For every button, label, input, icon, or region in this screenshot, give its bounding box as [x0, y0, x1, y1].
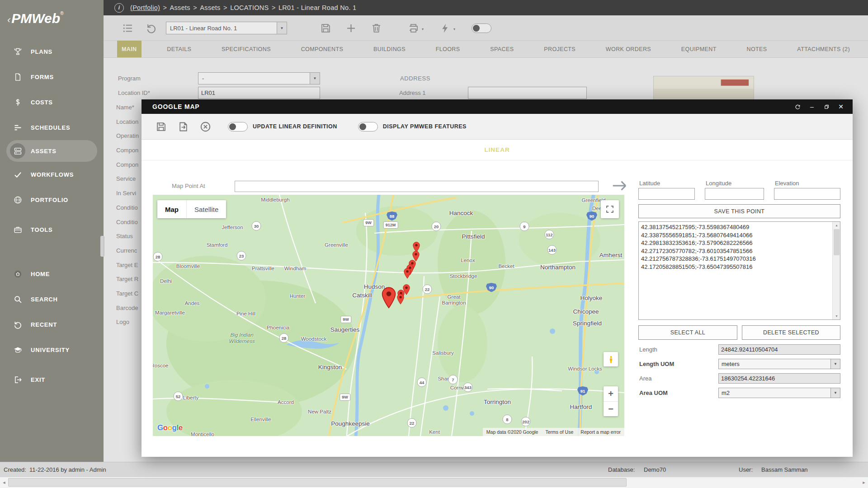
area-uom-select[interactable]: m2 ▼	[718, 388, 840, 398]
map-type-satellite-button[interactable]: Satellite	[186, 200, 226, 218]
google-logo-letter: e	[179, 423, 183, 432]
zoom-in-button[interactable]: +	[604, 386, 618, 401]
map-town-label: Saugerties	[330, 326, 360, 333]
map-marker-pin[interactable]	[397, 294, 404, 305]
minimize-icon[interactable]: –	[807, 102, 816, 111]
forms-icon	[10, 69, 25, 84]
sidebar-item-label: RECENT	[31, 321, 57, 328]
report-map-error-link[interactable]: Report a map error	[580, 429, 621, 435]
refresh-icon[interactable]	[793, 102, 802, 111]
recent-icon	[10, 317, 25, 332]
map-marker-pin[interactable]	[404, 268, 411, 279]
sidebar-item-label: COSTS	[31, 99, 53, 106]
go-arrow-icon[interactable]	[611, 179, 629, 192]
maximize-icon[interactable]	[822, 102, 831, 111]
sidebar-item-workflows[interactable]: WORKFLOWS	[0, 162, 104, 187]
chevron-down-icon[interactable]: ▼	[830, 359, 840, 369]
dialog-title: GOOGLE MAP	[152, 103, 793, 110]
scrollbar-thumb[interactable]	[834, 229, 840, 255]
export-icon[interactable]	[177, 121, 189, 133]
route-shield: 52	[174, 392, 183, 401]
map-town-label: Amherst	[599, 252, 622, 258]
map-town-label: Woodstock	[301, 336, 327, 342]
dialog-titlebar[interactable]: GOOGLE MAP – ✕	[142, 99, 853, 114]
user-value: Bassam Samman	[761, 462, 808, 477]
scroll-right-icon[interactable]: ►	[860, 477, 868, 488]
map-town-label: Monticello	[191, 432, 214, 436]
elevation-input[interactable]	[774, 188, 840, 200]
terms-of-use-link[interactable]: Terms of Use	[545, 429, 573, 435]
scroll-down-icon[interactable]: ▼	[833, 313, 840, 319]
horizontal-scrollbar[interactable]: ◄ ►	[0, 477, 868, 488]
sidebar-item-forms[interactable]: FORMS	[0, 64, 104, 89]
exit-icon	[10, 372, 25, 387]
map-type-map-button[interactable]: Map	[157, 200, 186, 218]
chevron-down-icon[interactable]: ▼	[830, 388, 840, 398]
length-uom-select[interactable]: meters ▼	[718, 359, 840, 369]
sidebar-item-assets[interactable]: ASSETS	[6, 140, 97, 162]
sidebar-item-costs[interactable]: COSTS	[0, 89, 104, 115]
latitude-input[interactable]	[638, 188, 695, 200]
sidebar-item-plans[interactable]: PLANS	[0, 39, 104, 64]
university-icon	[10, 342, 25, 357]
select-all-button[interactable]: SELECT ALL	[638, 325, 737, 340]
sidebar-item-search[interactable]: SEARCH	[0, 286, 104, 312]
update-linear-definition-toggle[interactable]	[228, 122, 248, 131]
coordinate-item[interactable]: 42.212756787328836;-73.61751497070316	[641, 255, 832, 263]
fullscreen-icon[interactable]	[601, 200, 619, 218]
map-town-label: Ellenville	[250, 417, 271, 422]
map-town-label: Great Barrington	[437, 294, 471, 306]
map-town-label: Poughkeepsie	[331, 420, 370, 427]
application-window: ‹PMWeb® PLANSFORMSCOSTSSCHEDULESASSETSWO…	[0, 0, 868, 488]
zoom-out-button[interactable]: −	[604, 401, 618, 416]
coordinates-list-box[interactable]: 42.38137545217595;-73.559836748046942.33…	[638, 221, 840, 320]
coordinate-item[interactable]: 42.33875556591851;-73.56807649414066	[641, 231, 832, 239]
scroll-up-icon[interactable]: ▲	[833, 222, 840, 229]
map-town-label: Pittsfield	[462, 233, 485, 240]
sidebar-item-label: PORTFOLIO	[31, 197, 68, 203]
map-town-label: Lenox	[461, 258, 475, 263]
map-town-label: Middleburgh	[261, 197, 289, 202]
map-town-label: Kingston	[318, 364, 342, 371]
cancel-icon[interactable]	[199, 121, 212, 133]
map-town-label: Stamford	[207, 242, 228, 248]
tools-icon	[10, 222, 25, 237]
area-uom-label: Area UOM	[639, 389, 668, 396]
window-controls: – ✕	[793, 102, 845, 111]
save-icon[interactable]	[155, 121, 167, 133]
sidebar-item-recent[interactable]: RECENT	[0, 312, 104, 337]
coordinate-item[interactable]: 42.29813832353616;-73.57906282226566	[641, 239, 832, 247]
linear-band: LINEAR	[142, 140, 853, 160]
scroll-left-icon[interactable]: ◄	[0, 477, 8, 488]
sidebar-item-tools[interactable]: TOOLS	[0, 217, 104, 242]
pegman-icon[interactable]	[604, 352, 618, 366]
delete-selected-button[interactable]: DELETE SELECTED	[742, 325, 840, 340]
close-icon[interactable]: ✕	[836, 102, 845, 111]
map-town-label: Catskill	[352, 292, 372, 299]
sidebar-item-portfolio[interactable]: PORTFOLIO	[0, 187, 104, 212]
costs-icon	[10, 94, 25, 110]
assets-icon	[10, 143, 25, 159]
save-this-point-button[interactable]: SAVE THIS POINT	[638, 204, 840, 218]
coordinate-item[interactable]: 42.27172305770782;-73.60103547851566	[641, 247, 832, 255]
map-town-label: Stockbridge	[450, 273, 477, 279]
longitude-input[interactable]	[705, 188, 764, 200]
map-town-label: Becket	[498, 263, 514, 269]
linear-watermark: LINEAR	[484, 146, 509, 153]
coordinate-item[interactable]: 42.38137545217595;-73.5598367480469	[641, 223, 832, 231]
display-pmweb-features-toggle[interactable]	[358, 122, 378, 131]
google-map-canvas[interactable]: MiddleburghJeffersonStamfordGreenvilleBl…	[153, 195, 624, 436]
map-point-input[interactable]	[235, 181, 599, 192]
map-town-label: Pine Hill	[236, 311, 255, 316]
scrollbar-thumb[interactable]	[8, 478, 627, 487]
route-shield: 44	[417, 378, 427, 387]
map-marker-pin[interactable]	[382, 287, 396, 309]
pmweb-logo[interactable]: ‹PMWeb®	[0, 0, 104, 26]
sidebar-item-university[interactable]: UNIVERSITY	[0, 337, 104, 362]
sidebar-item-exit[interactable]: EXIT	[0, 367, 104, 392]
map-town-label: Kent	[429, 429, 440, 435]
coordinates-scrollbar[interactable]: ▲ ▼	[832, 222, 840, 319]
coordinate-item[interactable]: 42.17205828851505;-73.65047395507816	[641, 263, 832, 271]
sidebar-item-schedules[interactable]: SCHEDULES	[0, 115, 104, 140]
sidebar-item-home[interactable]: HOME	[0, 261, 104, 286]
